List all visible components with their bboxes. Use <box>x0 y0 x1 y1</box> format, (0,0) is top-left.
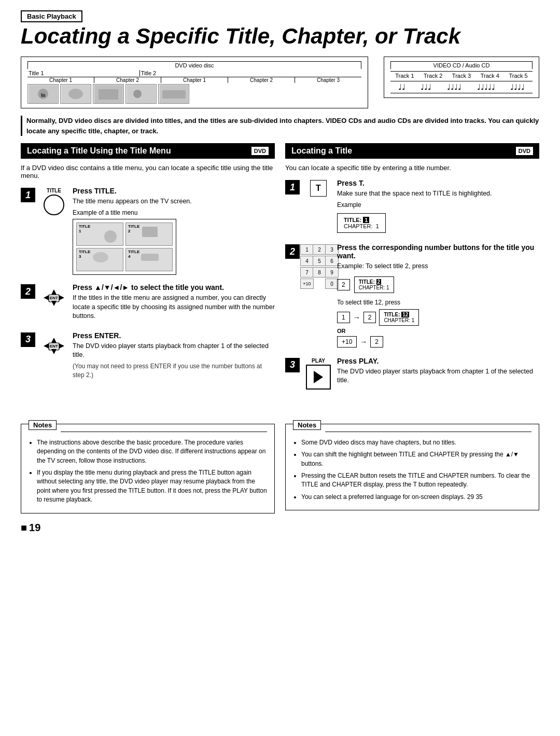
notes-left: Notes The instructions above describe th… <box>21 413 275 513</box>
left-section: Locating a Title Using the Title Menu DV… <box>21 143 275 398</box>
disc-img-1: 🎬 <box>27 84 59 104</box>
notes-left-box: Notes The instructions above describe th… <box>21 424 275 513</box>
breadcrumb: Basic Playback <box>21 10 82 22</box>
play-button <box>306 365 331 390</box>
num-5: 5 <box>313 256 326 266</box>
notes-right-item-3: Pressing the CLEAR button resets the TIT… <box>301 471 531 490</box>
track1: Track 1 <box>395 73 414 79</box>
step-number-3-left: 3 <box>21 332 35 347</box>
key-2c: 2 <box>370 336 383 348</box>
disc-img-5 <box>158 84 189 104</box>
svg-marker-23 <box>51 349 57 354</box>
vcd-label: VIDEO CD / Audio CD <box>390 61 533 69</box>
step-3-right-content: Press PLAY. The DVD video player starts … <box>337 357 539 387</box>
notes-left-list: The instructions above describe the basi… <box>29 438 267 505</box>
svg-marker-17 <box>51 301 57 306</box>
dvd-badge-left: DVD <box>251 147 269 155</box>
key-2b: 2 <box>363 312 376 323</box>
notes-right-header: Notes <box>293 420 321 430</box>
step-1-left-content: Press TITLE. The title menu appears on t… <box>73 187 275 275</box>
right-section: Locating a Title DVD You can locate a sp… <box>285 143 539 398</box>
circle-button <box>44 195 64 215</box>
notes-left-item-2: If you display the title menu during pla… <box>37 468 267 505</box>
track4: Track 4 <box>481 73 499 79</box>
title-example-box-1: TITLE: 1 CHAPTER: 1 <box>337 213 386 233</box>
step-number-3-right: 3 <box>285 358 300 372</box>
disc-img-2 <box>60 84 91 104</box>
title-menu-item-3: TITLE 3 <box>76 248 123 271</box>
disc-img-3 <box>93 84 124 104</box>
nav-arrows-icon-3: ENT <box>40 332 67 359</box>
step-2-right: 2 1 2 3 4 5 6 7 8 9 +10 0 Press the corr… <box>285 243 539 348</box>
step-number-1-left: 1 <box>21 188 35 202</box>
notes-right: Notes Some DVD video discs may have chap… <box>285 413 539 513</box>
or-label: OR <box>337 328 346 334</box>
title-menu-example: TITLE 1 TITLE 2 TITLE 3 <box>73 219 176 275</box>
svg-text:🎬: 🎬 <box>40 92 46 97</box>
music-note-4: ♩♩♩♩♩ <box>477 82 495 92</box>
dvd-disc-label: DVD video disc <box>27 61 361 69</box>
num-1: 1 <box>300 244 314 255</box>
num-4: 4 <box>300 256 314 266</box>
notes-right-box: Notes Some DVD video discs may have chap… <box>285 424 539 510</box>
dvd-badge-right: DVD <box>516 147 533 155</box>
dvd-disc-diagram: DVD video disc Title 1 Title 2 Chapter 1… <box>21 57 368 108</box>
play-icon: PLAY <box>305 358 332 390</box>
track2: Track 2 <box>424 73 442 79</box>
notes-left-header: Notes <box>29 420 57 430</box>
nav-arrows-icon-2: ENT <box>40 284 67 311</box>
svg-rect-6 <box>99 89 118 100</box>
step-3-left: 3 ENT Press ENTER. The DVD video player … <box>21 331 275 382</box>
ch2t1: Chapter 2 <box>94 77 161 83</box>
title2-label: Title 2 <box>140 70 361 76</box>
key-1: 1 <box>337 312 350 323</box>
step-1-right-content: Press T. Make sure that the space next t… <box>337 179 539 235</box>
title-example-2: TITLE: 2 CHAPTER: 1 <box>354 276 394 293</box>
num-7: 7 <box>300 267 314 277</box>
track5: Track 5 <box>509 73 527 79</box>
title-circle-icon: TITLE <box>40 188 67 215</box>
step-2-left-content: Press ▲/▼/◄/► to select the title you wa… <box>73 283 275 323</box>
step-number-1-right: 1 <box>285 180 300 195</box>
notes-right-list: Some DVD video discs may have chapters, … <box>293 438 531 502</box>
ch3t2: Chapter 3 <box>295 77 361 83</box>
track3: Track 3 <box>452 73 471 79</box>
arrow-right-2: → <box>360 338 367 346</box>
svg-marker-19 <box>59 295 64 300</box>
svg-text:ENT: ENT <box>50 344 58 349</box>
svg-rect-12 <box>142 227 158 237</box>
svg-point-11 <box>104 230 117 243</box>
vcd-diagram: VIDEO CD / Audio CD Track 1 Track 2 Trac… <box>384 57 539 98</box>
title-menu-item-4: TITLE 4 <box>125 248 173 271</box>
arrow-right-1: → <box>353 313 360 322</box>
notes-left-item-1: The instructions above describe the basi… <box>37 438 267 465</box>
music-note-3: ♩♩♩♩ <box>447 82 461 92</box>
num-10: +10 <box>300 279 314 289</box>
step-number-2-left: 2 <box>21 284 35 299</box>
svg-marker-22 <box>51 338 57 343</box>
step-3-right: 3 PLAY Press PLAY. The DVD video player … <box>285 357 539 390</box>
svg-marker-25 <box>59 343 64 349</box>
key-10plus: +10 <box>337 336 357 348</box>
music-note-2: ♩♩♩ <box>421 82 431 92</box>
intro-text: Normally, DVD video discs are divided in… <box>21 116 539 136</box>
ch2t2: Chapter 2 <box>228 77 295 83</box>
step-2-right-content: Press the corresponding number buttons f… <box>337 243 539 348</box>
svg-rect-10 <box>162 90 186 99</box>
svg-marker-24 <box>44 343 49 349</box>
right-section-intro: You can locate a specific title by enter… <box>285 164 539 172</box>
disc-img-4 <box>125 84 157 104</box>
svg-marker-18 <box>44 295 49 300</box>
page-number: 19 <box>21 522 539 534</box>
music-note-5: ♩♩♩♩ <box>510 82 525 92</box>
svg-point-13 <box>93 252 108 262</box>
step-2-left: 2 ENT Press ▲/▼/◄/► to select the title … <box>21 283 275 323</box>
notes-right-item-1: Some DVD video discs may have chapters, … <box>301 438 531 447</box>
key-2: 2 <box>337 279 350 290</box>
ch1t1: Chapter 1 <box>27 77 94 83</box>
svg-rect-14 <box>141 254 159 261</box>
notes-right-item-2: You can shift the highlight between TITL… <box>301 450 531 468</box>
title-menu-item-1: TITLE 1 <box>76 223 123 246</box>
left-section-intro: If a DVD video disc contains a title men… <box>21 164 275 179</box>
step-1-right: 1 T Press T. Make sure that the space ne… <box>285 179 539 235</box>
